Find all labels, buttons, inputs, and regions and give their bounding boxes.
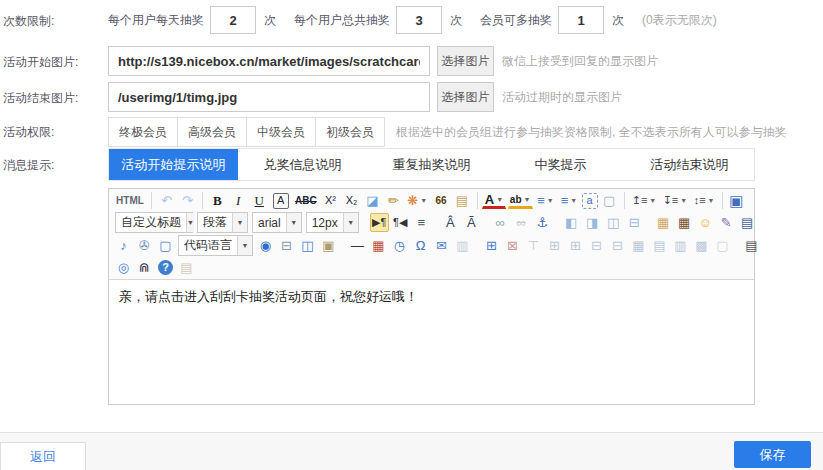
underline-icon[interactable]: U	[250, 191, 269, 210]
code-language-select[interactable]: 代码语言▼	[178, 235, 253, 256]
ordered-list-icon[interactable]: ≡▼	[535, 191, 556, 210]
find-replace-icon[interactable]: ⋒	[135, 258, 154, 277]
screenshot-icon[interactable]: ▣	[319, 236, 338, 255]
map-icon[interactable]: ◉	[256, 236, 275, 255]
unordered-list-icon[interactable]: ≡▼	[558, 191, 579, 210]
eraser-icon[interactable]: ◪	[363, 191, 382, 210]
attachment-icon[interactable]: ✇	[135, 236, 154, 255]
help-icon[interactable]: ?	[158, 260, 173, 275]
indent-icon[interactable]: ↥≡▼	[630, 191, 659, 210]
size-select[interactable]: 12px▼	[306, 212, 359, 233]
undo-icon[interactable]: ↶	[157, 191, 176, 210]
message-icon[interactable]: ✉	[432, 236, 451, 255]
chevron-down-icon[interactable]: ▼	[237, 236, 252, 255]
start-image-pick-button[interactable]: 选择图片	[437, 46, 494, 76]
preview-icon[interactable]: ◎	[114, 258, 133, 277]
italic-icon[interactable]: I	[229, 191, 248, 210]
link-icon[interactable]: ∞	[491, 213, 510, 232]
delete-table-icon[interactable]: ⊠	[503, 236, 522, 255]
doc-new-icon[interactable]: ▢	[713, 236, 732, 255]
message-tab[interactable]: 兑奖信息说明	[238, 149, 367, 180]
chevron-down-icon[interactable]: ▼	[343, 213, 358, 232]
superscript-icon[interactable]: X²	[321, 191, 340, 210]
print-icon[interactable]: ▤	[742, 236, 761, 255]
indent-more-icon[interactable]: ≡	[412, 213, 431, 232]
limit-field-input[interactable]	[396, 6, 442, 34]
iframe-icon[interactable]: ◫	[298, 236, 317, 255]
template-icon[interactable]: ▢	[156, 236, 175, 255]
insert-col-icon[interactable]: ⊞	[566, 236, 585, 255]
special-char-icon[interactable]: Ω	[411, 236, 430, 255]
back-button[interactable]: 返回	[0, 442, 86, 470]
rtl-icon[interactable]: ¶◀	[391, 213, 410, 232]
blank-doc-icon[interactable]: ▢	[600, 191, 619, 210]
member-group-button[interactable]: 初级会员	[315, 117, 385, 147]
insert-image-icon[interactable]: ▦	[654, 213, 673, 232]
format-painter-icon[interactable]: ✏	[384, 191, 403, 210]
message-tab[interactable]: 活动结束说明	[625, 149, 754, 180]
paste-icon[interactable]: ▤	[453, 191, 472, 210]
start-image-input[interactable]	[108, 46, 430, 76]
ltr-icon[interactable]: ▶¶	[370, 213, 389, 232]
pagebreak-icon[interactable]: ⊟	[277, 236, 296, 255]
chevron-down-icon[interactable]: ▼	[232, 213, 247, 232]
delete-col-icon[interactable]: ⊟	[608, 236, 627, 255]
image-none-icon[interactable]: ⊟	[625, 213, 644, 232]
paragraph-select[interactable]: 段落▼	[197, 212, 248, 233]
split-cell-icon[interactable]: ▩	[692, 236, 711, 255]
highlight-color-icon[interactable]: ab▼	[508, 193, 533, 209]
emoji-icon[interactable]: ☺	[696, 213, 715, 232]
view-source-icon[interactable]: HTML	[114, 191, 146, 210]
paste-plain-icon[interactable]: ▤	[177, 258, 196, 277]
message-tab[interactable]: 重复抽奖说明	[367, 149, 496, 180]
unlink-icon[interactable]: ∞	[512, 213, 531, 232]
end-image-input[interactable]	[108, 82, 430, 112]
line-height-icon[interactable]: ↕≡▼	[691, 191, 716, 210]
anchor-icon[interactable]: ⚓	[533, 213, 552, 232]
image-center-icon[interactable]: ◫	[604, 213, 623, 232]
split-col-icon[interactable]: ▥	[671, 236, 690, 255]
limit-field-input[interactable]	[558, 6, 604, 34]
insert-table-icon[interactable]: ⊞	[482, 236, 501, 255]
strikethrough-icon[interactable]: ABC	[293, 191, 319, 210]
blockquote-icon[interactable]: 66	[432, 191, 451, 210]
member-group-button[interactable]: 高级会员	[177, 117, 247, 147]
horizontal-rule-icon[interactable]: —	[348, 236, 367, 255]
save-button[interactable]: 保存	[734, 441, 811, 468]
image-right-icon[interactable]: ◨	[583, 213, 602, 232]
music-icon[interactable]: ♪	[114, 236, 133, 255]
editor-content[interactable]: 亲，请点击进入刮刮卡抽奖活动页面，祝您好运哦！	[109, 280, 754, 404]
font-border-icon[interactable]: A	[273, 193, 289, 209]
delete-row-icon[interactable]: ⊟	[587, 236, 606, 255]
form-icon[interactable]: ▥	[453, 236, 472, 255]
font-color-icon[interactable]: A▼	[482, 193, 505, 209]
fullscreen-icon[interactable]: ▣	[727, 191, 746, 210]
autotypeset-icon[interactable]: ❋▼	[405, 191, 430, 210]
anchor-ref-icon[interactable]: a	[582, 193, 598, 209]
image-left-icon[interactable]: ◧	[562, 213, 581, 232]
member-group-button[interactable]: 中级会员	[246, 117, 316, 147]
limit-field-input[interactable]	[210, 6, 256, 34]
redo-icon[interactable]: ↷	[178, 191, 197, 210]
chevron-down-icon[interactable]: ▼	[186, 213, 194, 232]
table-title-icon[interactable]: ⊤	[524, 236, 543, 255]
split-row-icon[interactable]: ▤	[650, 236, 669, 255]
end-image-pick-button[interactable]: 选择图片	[437, 82, 494, 112]
date-icon[interactable]: ▦	[369, 236, 388, 255]
scrawl-icon[interactable]: ✎	[717, 213, 736, 232]
message-tab[interactable]: 中奖提示	[496, 149, 625, 180]
bold-icon[interactable]: B	[208, 191, 227, 210]
insert-row-icon[interactable]: ⊞	[545, 236, 564, 255]
custom-title-select[interactable]: 自定义标题▼	[115, 212, 193, 233]
lowercase-icon[interactable]: Ã	[462, 213, 481, 232]
time-icon[interactable]: ◷	[390, 236, 409, 255]
message-tab[interactable]: 活动开始提示说明	[109, 149, 238, 180]
uppercase-icon[interactable]: Â	[441, 213, 460, 232]
merge-cells-icon[interactable]: ▦	[629, 236, 648, 255]
subscript-icon[interactable]: X₂	[342, 191, 361, 210]
video-icon[interactable]: ▤	[738, 213, 757, 232]
chevron-down-icon[interactable]: ▼	[286, 213, 301, 232]
upload-image-icon[interactable]: ▦	[675, 213, 694, 232]
paragraph-spacing-icon[interactable]: ↧≡▼	[660, 191, 689, 210]
member-group-button[interactable]: 终极会员	[108, 117, 178, 147]
